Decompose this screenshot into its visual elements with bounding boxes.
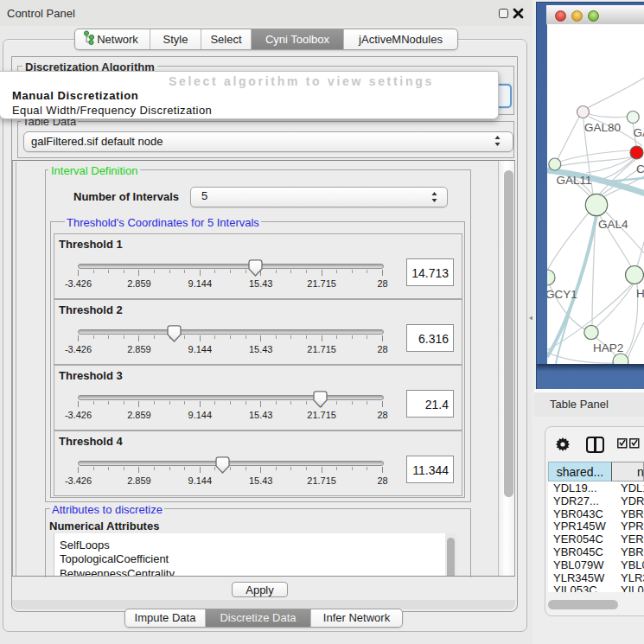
svg-text:GCY1: GCY1 — [547, 288, 577, 301]
svg-text:H: H — [636, 287, 644, 300]
svg-text:GAL4: GAL4 — [598, 218, 628, 231]
svg-text:GA: GA — [634, 126, 644, 139]
svg-text:HAP2: HAP2 — [593, 341, 623, 354]
svg-text:GAL80: GAL80 — [584, 121, 621, 134]
svg-text:GAL11: GAL11 — [557, 174, 592, 187]
svg-text:C: C — [636, 163, 644, 175]
